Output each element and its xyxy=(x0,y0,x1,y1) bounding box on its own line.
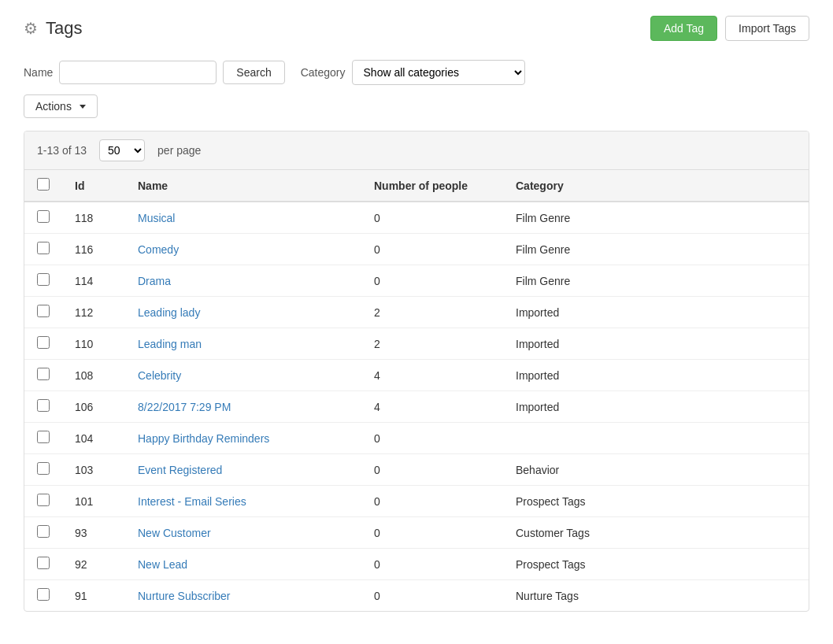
category-filter-group: Category Show all categoriesFilm GenreIm… xyxy=(301,60,525,85)
row-people: 4 xyxy=(361,360,503,391)
row-id: 114 xyxy=(62,265,125,297)
row-checkbox-cell xyxy=(24,360,62,391)
name-input[interactable] xyxy=(59,61,217,84)
header-actions: Add Tag Import Tags xyxy=(650,16,809,41)
table-row: 92 New Lead 0 Prospect Tags xyxy=(24,549,809,580)
row-checkbox-cell xyxy=(24,265,62,297)
row-checkbox-cell xyxy=(24,391,62,423)
row-name-link[interactable]: Drama xyxy=(138,275,171,287)
search-button[interactable]: Search xyxy=(223,61,284,84)
row-people: 2 xyxy=(361,297,503,328)
row-checkbox[interactable] xyxy=(37,273,50,286)
row-name: Event Registered xyxy=(125,454,361,486)
row-id: 92 xyxy=(62,549,125,580)
row-name-link[interactable]: Leading man xyxy=(138,338,202,350)
row-checkbox[interactable] xyxy=(37,210,50,223)
col-header-category: Category xyxy=(503,170,809,202)
chevron-down-icon xyxy=(80,105,86,109)
row-id: 93 xyxy=(62,517,125,549)
row-checkbox[interactable] xyxy=(37,431,50,443)
table-row: 101 Interest - Email Series 0 Prospect T… xyxy=(24,486,809,517)
actions-button[interactable]: Actions xyxy=(24,94,98,118)
table-row: 114 Drama 0 Film Genre xyxy=(24,265,809,297)
row-category: Imported xyxy=(503,391,809,423)
row-name-link[interactable]: Event Registered xyxy=(138,464,222,476)
row-checkbox-cell xyxy=(24,580,62,612)
table-row: 116 Comedy 0 Film Genre xyxy=(24,234,809,265)
filter-row: Name Search Category Show all categories… xyxy=(24,60,809,85)
row-name-link[interactable]: Nurture Subscriber xyxy=(138,590,231,602)
table-row: 103 Event Registered 0 Behavior xyxy=(24,454,809,486)
tags-table-container: 1-13 of 13 50 25 100 per page Id Name xyxy=(24,131,809,612)
row-id: 104 xyxy=(62,423,125,454)
table-row: 112 Leading lady 2 Imported xyxy=(24,297,809,328)
row-category xyxy=(503,423,809,454)
row-name: Musical xyxy=(125,202,361,234)
row-people: 0 xyxy=(361,549,503,580)
row-name-link[interactable]: Musical xyxy=(138,212,175,224)
row-checkbox-cell xyxy=(24,423,62,454)
row-people: 2 xyxy=(361,328,503,360)
row-name-link[interactable]: Interest - Email Series xyxy=(138,495,246,508)
row-id: 110 xyxy=(62,328,125,360)
select-all-checkbox[interactable] xyxy=(37,178,50,191)
row-checkbox-cell xyxy=(24,328,62,360)
row-name-link[interactable]: Happy Birthday Reminders xyxy=(138,432,269,445)
row-people: 0 xyxy=(361,423,503,454)
row-checkbox[interactable] xyxy=(37,525,50,538)
table-row: 108 Celebrity 4 Imported xyxy=(24,360,809,391)
row-name-link[interactable]: Comedy xyxy=(138,243,179,256)
row-category: Behavior xyxy=(503,454,809,486)
table-row: 91 Nurture Subscriber 0 Nurture Tags xyxy=(24,580,809,612)
row-name-link[interactable]: Celebrity xyxy=(138,369,181,382)
row-checkbox[interactable] xyxy=(37,494,50,506)
row-checkbox[interactable] xyxy=(37,305,50,317)
row-name-link[interactable]: 8/22/2017 7:29 PM xyxy=(138,401,231,413)
row-checkbox[interactable] xyxy=(37,462,50,475)
row-name-link[interactable]: New Customer xyxy=(138,527,211,539)
row-checkbox[interactable] xyxy=(37,588,50,601)
row-name: New Customer xyxy=(125,517,361,549)
per-page-label: per page xyxy=(157,144,201,157)
row-category: Customer Tags xyxy=(503,517,809,549)
per-page-select[interactable]: 50 25 100 xyxy=(99,139,145,161)
row-checkbox-cell xyxy=(24,549,62,580)
name-label: Name xyxy=(24,66,53,79)
row-checkbox[interactable] xyxy=(37,368,50,380)
row-people: 0 xyxy=(361,580,503,612)
table-row: 118 Musical 0 Film Genre xyxy=(24,202,809,234)
import-tags-button[interactable]: Import Tags xyxy=(725,16,809,41)
row-category: Nurture Tags xyxy=(503,580,809,612)
table-row: 110 Leading man 2 Imported xyxy=(24,328,809,360)
row-name-link[interactable]: New Lead xyxy=(138,558,187,571)
row-category: Imported xyxy=(503,297,809,328)
row-checkbox[interactable] xyxy=(37,242,50,254)
row-category: Prospect Tags xyxy=(503,486,809,517)
row-id: 91 xyxy=(62,580,125,612)
row-people: 0 xyxy=(361,454,503,486)
row-id: 106 xyxy=(62,391,125,423)
row-name-link[interactable]: Leading lady xyxy=(138,306,200,319)
row-category: Film Genre xyxy=(503,265,809,297)
row-category: Film Genre xyxy=(503,202,809,234)
select-all-header xyxy=(24,170,62,202)
col-header-id: Id xyxy=(62,170,125,202)
row-checkbox-cell xyxy=(24,486,62,517)
table-header-row: Id Name Number of people Category xyxy=(24,170,809,202)
row-checkbox-cell xyxy=(24,234,62,265)
row-checkbox[interactable] xyxy=(37,399,50,412)
category-select[interactable]: Show all categoriesFilm GenreImportedBeh… xyxy=(352,60,525,85)
add-tag-button[interactable]: Add Tag xyxy=(650,16,717,41)
row-checkbox[interactable] xyxy=(37,336,50,349)
row-name: Comedy xyxy=(125,234,361,265)
table-header-bar: 1-13 of 13 50 25 100 per page xyxy=(24,131,809,170)
row-name: 8/22/2017 7:29 PM xyxy=(125,391,361,423)
row-name: Drama xyxy=(125,265,361,297)
gear-icon: ⚙ xyxy=(24,19,38,38)
col-header-people: Number of people xyxy=(361,170,503,202)
row-checkbox-cell xyxy=(24,517,62,549)
row-checkbox-cell xyxy=(24,202,62,234)
actions-row: Actions xyxy=(24,94,809,118)
table-row: 104 Happy Birthday Reminders 0 xyxy=(24,423,809,454)
row-checkbox[interactable] xyxy=(37,557,50,569)
